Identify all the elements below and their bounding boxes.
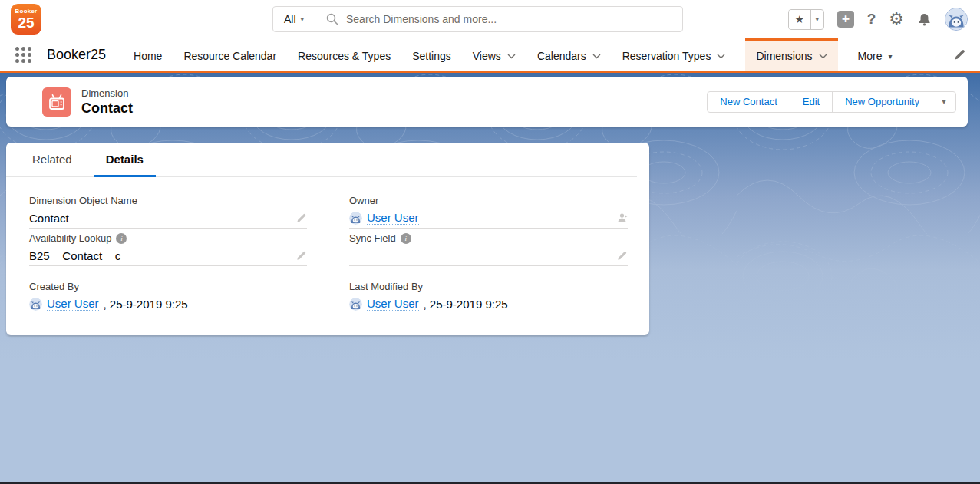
nav-item-more[interactable]: More ▾ (856, 38, 894, 71)
entity-label: Dimension (81, 87, 133, 99)
global-actions-plus-icon[interactable]: ✚ (837, 11, 854, 28)
chevron-down-icon (819, 54, 827, 59)
chevron-down-icon (592, 54, 601, 59)
chevron-down-icon (507, 54, 516, 59)
edit-navigation-pencil-icon[interactable] (954, 48, 966, 61)
field-label: Last Modified By (349, 280, 628, 294)
favorites-button-group: ★ ▾ (788, 9, 824, 30)
logo-text-top: Booker (15, 8, 38, 15)
header-utility-icons: ★ ▾ ✚ ? ⚙ (788, 0, 968, 38)
field-label: Created By (29, 280, 307, 294)
field-value: Contact (29, 212, 69, 225)
info-icon[interactable]: i (401, 233, 411, 244)
edit-button[interactable]: Edit (790, 91, 833, 113)
record-detail-card: Related Details Dimension Object Name Co… (6, 143, 649, 335)
app-name: Booker25 (47, 47, 106, 63)
search-scope-label: All (284, 13, 296, 25)
main-content: Dimension Contact New Contact Edit New O… (0, 73, 980, 484)
caret-down-icon: ▾ (888, 52, 892, 61)
field-label: Owner (349, 194, 628, 208)
search-input[interactable] (346, 13, 682, 25)
new-opportunity-button[interactable]: New Opportunity (832, 91, 932, 113)
nav-item-settings[interactable]: Settings (411, 38, 453, 71)
chevron-down-icon (717, 54, 725, 59)
user-avatar (349, 298, 362, 311)
field-value: B25__Contact__c (29, 249, 120, 262)
favorite-star-icon[interactable]: ★ (789, 10, 810, 29)
created-by-user-link[interactable]: User User (47, 297, 99, 311)
record-meta: Dimension Contact (81, 87, 133, 117)
last-modified-by-user-link[interactable]: User User (367, 297, 419, 311)
tab-related[interactable]: Related (20, 143, 84, 177)
user-avatar (349, 212, 362, 225)
field-label: Availability Lookup (29, 232, 111, 245)
edit-pencil-icon[interactable] (296, 250, 307, 261)
record-tabs: Related Details (6, 143, 637, 177)
field-sync-field: Sync Fieldi (349, 232, 628, 266)
detail-fields: Dimension Object Name Contact Owner User… (6, 177, 649, 318)
nav-items: Home Resource Calendar Resources & Types… (132, 38, 893, 71)
dimension-tv-icon (42, 87, 71, 117)
edit-pencil-icon[interactable] (296, 212, 307, 223)
record-action-buttons: New Contact Edit New Opportunity ▾ (707, 91, 956, 113)
app-launcher-waffle-icon[interactable] (15, 47, 31, 63)
info-icon[interactable]: i (116, 233, 127, 244)
global-search: All ▾ (272, 6, 683, 32)
field-last-modified-by: Last Modified By User User , 25-9-2019 9… (349, 280, 628, 314)
nav-item-resource-calendar[interactable]: Resource Calendar (182, 38, 278, 71)
owner-user-link[interactable]: User User (367, 211, 419, 225)
favorites-dropdown-icon[interactable]: ▾ (810, 10, 823, 29)
chevron-down-icon: ▾ (301, 15, 305, 23)
nav-item-reservation-types[interactable]: Reservation Types (621, 38, 728, 71)
nav-item-calendars[interactable]: Calendars (536, 38, 602, 71)
search-icon (326, 13, 338, 25)
more-actions-dropdown-icon[interactable]: ▾ (932, 91, 956, 113)
edit-pencil-icon[interactable] (617, 250, 628, 261)
new-contact-button[interactable]: New Contact (707, 91, 790, 113)
record-header-card: Dimension Contact New Contact Edit New O… (6, 77, 968, 127)
user-avatar[interactable] (945, 8, 968, 31)
created-date: , 25-9-2019 9:25 (104, 298, 188, 311)
change-owner-icon[interactable] (617, 212, 628, 223)
field-dimension-object-name: Dimension Object Name Contact (29, 194, 307, 229)
tab-details[interactable]: Details (94, 143, 156, 177)
nav-item-views[interactable]: Views (471, 38, 517, 71)
global-header: Booker 25 All ▾ ★ ▾ ✚ ? ⚙ (0, 0, 980, 38)
nav-item-dimensions[interactable]: Dimensions (745, 38, 837, 71)
user-avatar (29, 298, 42, 311)
nav-item-home[interactable]: Home (132, 38, 163, 71)
logo-text-bottom: 25 (18, 15, 34, 30)
last-modified-date: , 25-9-2019 9:25 (424, 298, 508, 311)
field-owner: Owner User User (349, 194, 628, 229)
notifications-bell-icon[interactable] (917, 12, 932, 27)
field-availability-lookup: Availability Lookupi B25__Contact__c (29, 232, 307, 266)
field-label: Dimension Object Name (29, 194, 307, 208)
field-created-by: Created By User User , 25-9-2019 9:25 (29, 280, 307, 314)
salesforce-app: Booker 25 All ▾ ★ ▾ ✚ ? ⚙ (0, 0, 980, 484)
search-scope-selector[interactable]: All ▾ (273, 7, 315, 31)
setup-gear-icon[interactable]: ⚙ (889, 11, 904, 28)
nav-item-resources-types[interactable]: Resources & Types (296, 38, 392, 71)
app-navigation-bar: Booker25 Home Resource Calendar Resource… (0, 38, 980, 73)
help-question-icon[interactable]: ? (867, 11, 876, 28)
booker25-logo: Booker 25 (11, 4, 41, 35)
field-label: Sync Field (349, 232, 396, 245)
record-title: Contact (81, 100, 133, 117)
